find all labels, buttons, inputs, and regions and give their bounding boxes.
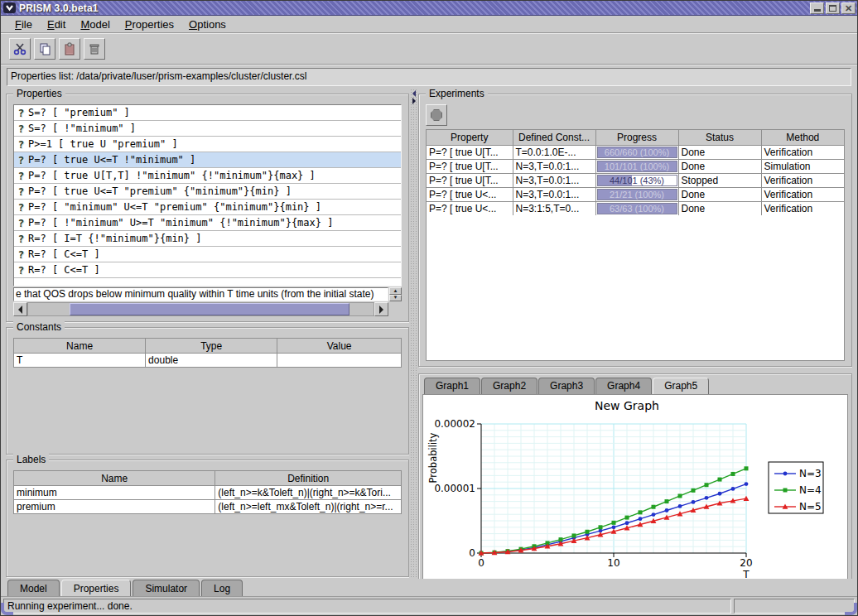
experiment-row[interactable]: P=? [ true U[T...N=3,T=0.0:1...101/101 (…: [427, 159, 844, 173]
property-row[interactable]: ?P=? [ true U<=T !"minimum" ]: [14, 152, 401, 168]
property-row[interactable]: ?P=? [ true U[T,T] !"minimum" {!"minimum…: [14, 168, 401, 184]
cell: (left_n>=left_mx&Toleft_n)|(right_n>=r..…: [215, 500, 402, 514]
labels-group-title: Labels: [13, 454, 49, 465]
main-area: Properties ?S=? [ "premium" ]?S=? [ !"mi…: [1, 89, 857, 579]
constant-row[interactable]: Tdouble: [14, 354, 402, 368]
property-row[interactable]: ?R=? [ C<=T ]: [14, 247, 401, 262]
scroll-down-button[interactable]: ▼: [389, 295, 402, 302]
tab-graph4[interactable]: Graph4: [595, 378, 652, 394]
experiment-progress-cell: 63/63 (100%): [595, 201, 678, 215]
close-button[interactable]: ✕: [841, 2, 856, 14]
collapse-right-icon[interactable]: [412, 98, 416, 104]
menu-options[interactable]: Options: [181, 17, 234, 32]
experiment-status-cell: Stopped: [678, 173, 761, 187]
property-row[interactable]: ?R=? [ I=T {!"minimum"}{min} ]: [14, 231, 401, 247]
question-icon: ?: [14, 185, 28, 198]
property-text: R=? [ C<=T ]: [28, 248, 100, 260]
svg-text:T: T: [742, 569, 750, 579]
question-icon: ?: [14, 201, 28, 214]
experiment-constants-cell: N=3,T=0.0:1...: [513, 187, 595, 201]
cut-icon: [13, 42, 27, 55]
property-row[interactable]: ?S=? [ "premium" ]: [14, 105, 401, 121]
progress-bar: 660/660 (100%): [597, 147, 677, 158]
tab-log[interactable]: Log: [201, 580, 243, 596]
left-arrow-icon: [18, 306, 22, 314]
experiment-progress-cell: 660/660 (100%): [595, 145, 678, 159]
right-arrow-icon: [379, 306, 383, 314]
stop-experiment-button[interactable]: [426, 104, 447, 126]
minimize-button[interactable]: [810, 2, 824, 14]
experiment-constants-cell: N=3,T=0.0:1...: [513, 173, 595, 187]
menu-edit[interactable]: Edit: [40, 17, 73, 32]
experiment-row[interactable]: P=? [ true U[T...N=3,T=0.0:1...44/101 (4…: [427, 173, 844, 187]
collapse-left-icon[interactable]: [412, 90, 416, 97]
experiment-method-cell: Verification: [761, 173, 844, 187]
cell: double: [146, 354, 277, 368]
experiment-row[interactable]: P=? [ true U<...N=3:1:5,T=0...63/63 (100…: [427, 201, 844, 215]
left-panel: Properties ?S=? [ "premium" ]?S=? [ !"mi…: [6, 89, 409, 579]
column-header: Name: [14, 339, 146, 354]
tab-graph1[interactable]: Graph1: [424, 378, 480, 394]
main-tab-bar: ModelPropertiesSimulatorLog: [1, 579, 857, 597]
tab-graph3[interactable]: Graph3: [538, 378, 595, 394]
experiment-row[interactable]: P=? [ true U[T...T=0.0:1.0E-...660/660 (…: [427, 145, 844, 159]
scroll-left-button[interactable]: [13, 302, 27, 316]
delete-button[interactable]: [84, 38, 105, 60]
tab-graph5[interactable]: Graph5: [653, 378, 709, 394]
property-comment[interactable]: e that QOS drops below minimum quality w…: [13, 287, 388, 301]
maximize-button[interactable]: [826, 2, 840, 14]
property-row[interactable]: ?R=? [ C<=T ]: [14, 262, 401, 278]
scroll-up-button[interactable]: ▲: [389, 287, 402, 295]
property-row[interactable]: ?P=? [ !"minimum" U>=T "minimum" {!"mini…: [14, 215, 401, 231]
property-row[interactable]: ?P=? [ true U<=T "premium" {"minimum"}{m…: [14, 184, 401, 200]
window-menu-icon[interactable]: [3, 2, 16, 13]
tab-properties[interactable]: Properties: [61, 580, 132, 596]
menu-properties[interactable]: Properties: [118, 17, 181, 32]
experiment-row[interactable]: P=? [ true U<...N=3,T=0.0:1...21/21 (100…: [427, 187, 844, 201]
scrollbar-track[interactable]: [27, 302, 374, 316]
property-text: P=? [ !"minimum" U>=T "minimum" {!"minim…: [28, 217, 333, 229]
property-row[interactable]: ?P=? [ "minimum" U<=T "premium" {"minimu…: [14, 200, 401, 215]
right-panel: Experiments PropertyDefined Const...Prog…: [418, 89, 852, 579]
tab-graph2[interactable]: Graph2: [481, 378, 537, 394]
status-aux-cell: [734, 599, 855, 614]
experiment-property-cell: P=? [ true U[T...: [427, 173, 513, 187]
question-icon: ?: [14, 107, 28, 119]
line-chart: 00.000010.0000201020New GraphTProbabilit…: [423, 395, 837, 579]
stop-icon: [431, 109, 442, 121]
question-icon: ?: [14, 217, 28, 229]
menu-file[interactable]: File: [7, 17, 40, 32]
comment-scrollbar: ▲ ▼: [389, 287, 402, 301]
label-row[interactable]: premium(left_n>=left_mx&Toleft_n)|(right…: [14, 500, 402, 514]
experiments-table: PropertyDefined Const...ProgressStatusMe…: [427, 130, 844, 215]
paste-button[interactable]: [59, 38, 80, 60]
progress-bar: 101/101 (100%): [597, 161, 677, 172]
status-message: Running experiment... done.: [3, 599, 731, 614]
copy-button[interactable]: [34, 38, 55, 60]
prism-window: PRISM 3.0.beta1 ✕ FileEditModelPropertie…: [0, 0, 858, 616]
svg-text:Probability: Probability: [427, 432, 439, 483]
experiment-method-cell: Verification: [761, 201, 844, 215]
properties-list[interactable]: ?S=? [ "premium" ]?S=? [ !"minimum" ]?P>…: [13, 104, 402, 286]
experiments-toolbar: [426, 104, 845, 129]
window-resize-corner[interactable]: [845, 603, 857, 615]
menu-model[interactable]: Model: [73, 17, 117, 32]
scrollbar-thumb[interactable]: [70, 303, 349, 315]
label-row[interactable]: minimum(left_n>=k&Toleft_n)|(right_n>=k&…: [14, 486, 402, 500]
tab-simulator[interactable]: Simulator: [133, 580, 200, 596]
experiment-constants-cell: T=0.0:1.0E-...: [513, 145, 595, 159]
property-row[interactable]: ?S=? [ !"minimum" ]: [14, 121, 401, 137]
experiments-group-title: Experiments: [426, 89, 488, 99]
experiment-status-cell: Done: [678, 201, 761, 215]
svg-text:0.00002: 0.00002: [434, 418, 475, 430]
svg-text:10: 10: [607, 557, 619, 569]
window-controls: ✕: [810, 2, 856, 14]
scroll-right-button[interactable]: [374, 302, 388, 316]
tab-model[interactable]: Model: [7, 580, 60, 596]
property-comment-row: e that QOS drops below minimum quality w…: [13, 287, 402, 301]
property-row[interactable]: ?P>=1 [ true U "premium" ]: [14, 137, 401, 152]
cut-button[interactable]: [9, 38, 31, 60]
split-pane-divider[interactable]: [410, 89, 417, 579]
copy-icon: [38, 42, 51, 55]
column-header: Definition: [215, 471, 402, 486]
